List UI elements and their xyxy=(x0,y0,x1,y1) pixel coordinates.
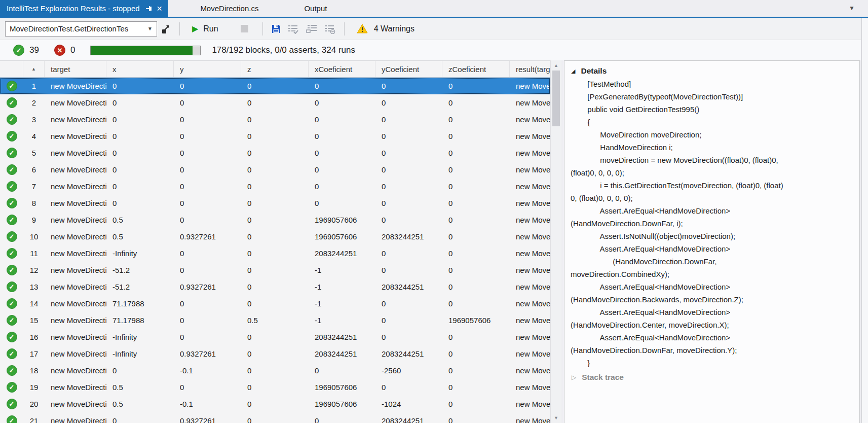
grid-header: ▲ target x y z xCoeficient yCoeficient z… xyxy=(0,61,550,78)
column-header-status[interactable] xyxy=(0,61,23,77)
table-row[interactable]: ✓7new MoveDirection000000new MoveDirecti… xyxy=(0,178,550,195)
cell-x: -51.2 xyxy=(106,266,174,274)
column-header-result[interactable]: result(target) xyxy=(510,61,550,77)
tab-movedirection-cs[interactable]: MoveDirection.cs xyxy=(177,0,281,17)
scroll-up-icon[interactable]: ▲ xyxy=(551,60,561,70)
cell-xcoeficient: 2083244251 xyxy=(309,249,375,258)
cell-result: new MoveDirection xyxy=(510,333,550,341)
table-row[interactable]: ✓1new MoveDirection000000new MoveDirecti… xyxy=(0,78,550,94)
table-row[interactable]: ✓2new MoveDirection000000new MoveDirecti… xyxy=(0,94,550,111)
table-row[interactable]: ✓17new MoveDirection-Infinity0.932726102… xyxy=(0,345,550,362)
sort-ascending-icon: ▲ xyxy=(31,66,36,72)
show-skipped-tests-button[interactable] xyxy=(321,20,339,38)
table-row[interactable]: ✓9new MoveDirection0.500196905760600new … xyxy=(0,211,550,228)
cell-zcoeficient: 0 xyxy=(442,98,510,107)
failed-icon: ✕ xyxy=(54,45,65,56)
table-row[interactable]: ✓5new MoveDirection000000new MoveDirecti… xyxy=(0,145,550,161)
chevron-down-icon[interactable]: ▼ xyxy=(849,5,855,12)
column-header-zcoeficient[interactable]: zCoeficient xyxy=(442,61,510,77)
column-header-z[interactable]: z xyxy=(241,61,309,77)
cell-zcoeficient: 0 xyxy=(442,333,510,341)
combobox-chevron-icon[interactable]: ▼ xyxy=(143,26,157,31)
stop-icon[interactable] xyxy=(241,25,248,32)
cell-y: 0 xyxy=(174,199,241,207)
cell-status: ✓ xyxy=(0,231,23,242)
cell-xcoeficient: 0 xyxy=(309,149,375,157)
cell-y: 0 xyxy=(174,316,241,325)
table-row[interactable]: ✓21new MoveDirection00.93272610020832442… xyxy=(0,412,550,423)
table-row[interactable]: ✓18new MoveDirection0-0.100-25600new Mov… xyxy=(0,362,550,379)
warnings-button[interactable]: 4 Warnings xyxy=(357,24,414,33)
tab-strip: IntelliTest Exploration Results - stoppe… xyxy=(0,0,868,17)
table-row[interactable]: ✓11new MoveDirection-Infinity00208324425… xyxy=(0,245,550,262)
table-row[interactable]: ✓6new MoveDirection000000new MoveDirecti… xyxy=(0,161,550,178)
cell-xcoeficient: 0 xyxy=(309,82,375,90)
pass-icon: ✓ xyxy=(7,281,17,292)
save-button[interactable] xyxy=(268,20,284,38)
cell-x: 0 xyxy=(106,416,174,423)
scroll-down-icon[interactable]: ▼ xyxy=(551,413,561,423)
stack-trace-header[interactable]: ▷ Stack trace xyxy=(564,369,859,382)
column-header-rownum[interactable]: ▲ xyxy=(23,61,45,77)
table-row[interactable]: ✓10new MoveDirection0.50.932726101969057… xyxy=(0,228,550,245)
cell-status: ✓ xyxy=(0,298,23,309)
details-header[interactable]: ◢ Details xyxy=(564,61,859,78)
pass-icon: ✓ xyxy=(7,248,17,259)
window-right-scrollbar[interactable] xyxy=(861,18,868,423)
column-header-target[interactable]: target xyxy=(45,61,106,77)
column-header-ycoeficient[interactable]: yCoeficient xyxy=(375,61,442,77)
cell-status: ✓ xyxy=(0,114,23,125)
cell-ycoeficient: 0 xyxy=(375,383,442,392)
test-selector-combobox[interactable]: MoveDirectionTest.GetDirectionTes ▼ xyxy=(5,21,157,37)
table-row[interactable]: ✓19new MoveDirection0.500196905760600new… xyxy=(0,379,550,396)
table-row[interactable]: ✓13new MoveDirection-51.20.93272610-1208… xyxy=(0,278,550,295)
cell-zcoeficient: 0 xyxy=(442,216,510,224)
cell-zcoeficient: 0 xyxy=(442,82,510,90)
run-button[interactable]: ▶ Run xyxy=(192,24,232,33)
grid-scrollbar[interactable]: ▲ ▼ xyxy=(550,60,561,423)
cell-z: 0 xyxy=(241,199,309,207)
table-row[interactable]: ✓12new MoveDirection-51.200-100new MoveD… xyxy=(0,262,550,278)
scrollbar-thumb[interactable] xyxy=(552,70,560,126)
goto-test-button[interactable] xyxy=(157,20,174,38)
failed-count: 0 xyxy=(70,45,75,55)
show-failing-tests-button[interactable] xyxy=(303,20,321,38)
table-row[interactable]: ✓16new MoveDirection-Infinity00208324425… xyxy=(0,329,550,345)
pin-icon[interactable] xyxy=(145,5,152,12)
pass-icon: ✓ xyxy=(7,181,17,192)
pass-icon: ✓ xyxy=(7,399,17,409)
table-row[interactable]: ✓20new MoveDirection0.5-0.101969057606-1… xyxy=(0,396,550,412)
show-passing-tests-button[interactable] xyxy=(284,20,303,38)
pass-icon: ✓ xyxy=(7,382,17,393)
cell-rownum: 14 xyxy=(23,299,45,308)
code-line: { xyxy=(571,116,859,128)
table-row[interactable]: ✓3new MoveDirection000000new MoveDirecti… xyxy=(0,111,550,128)
table-row[interactable]: ✓15new MoveDirection71.1798800.5-1019690… xyxy=(0,312,550,329)
cell-status: ✓ xyxy=(0,215,23,225)
cell-xcoeficient: 0 xyxy=(309,366,375,375)
cell-result: new MoveDirection xyxy=(510,232,550,241)
cell-xcoeficient: 2083244251 xyxy=(309,333,375,341)
tab-intellitest-results[interactable]: IntelliTest Exploration Results - stoppe… xyxy=(0,0,168,17)
column-header-x[interactable]: x xyxy=(106,61,174,77)
table-row[interactable]: ✓8new MoveDirection000000new MoveDirecti… xyxy=(0,195,550,211)
table-row[interactable]: ✓14new MoveDirection71.1798800-100new Mo… xyxy=(0,295,550,312)
column-header-xcoeficient[interactable]: xCoeficient xyxy=(309,61,375,77)
cell-rownum: 11 xyxy=(23,249,45,258)
cell-xcoeficient: 0 xyxy=(309,132,375,140)
cell-ycoeficient: 0 xyxy=(375,149,442,157)
tab-label: MoveDirection.cs xyxy=(200,4,258,13)
list-box-icon xyxy=(306,24,318,34)
tab-output[interactable]: Output xyxy=(281,0,350,17)
close-icon[interactable]: ✕ xyxy=(157,5,163,12)
code-line: Assert.AreEqual<HandMoveDirection> xyxy=(571,204,859,217)
cell-target: new MoveDirection xyxy=(45,216,106,224)
cell-status: ✓ xyxy=(0,148,23,158)
cell-y: 0 xyxy=(174,98,241,107)
column-header-y[interactable]: y xyxy=(174,61,241,77)
cell-xcoeficient: 0 xyxy=(309,98,375,107)
table-row[interactable]: ✓4new MoveDirection000000new MoveDirecti… xyxy=(0,128,550,145)
cell-rownum: 12 xyxy=(23,266,45,274)
cell-zcoeficient: 0 xyxy=(442,232,510,241)
warnings-label: 4 Warnings xyxy=(374,24,414,33)
